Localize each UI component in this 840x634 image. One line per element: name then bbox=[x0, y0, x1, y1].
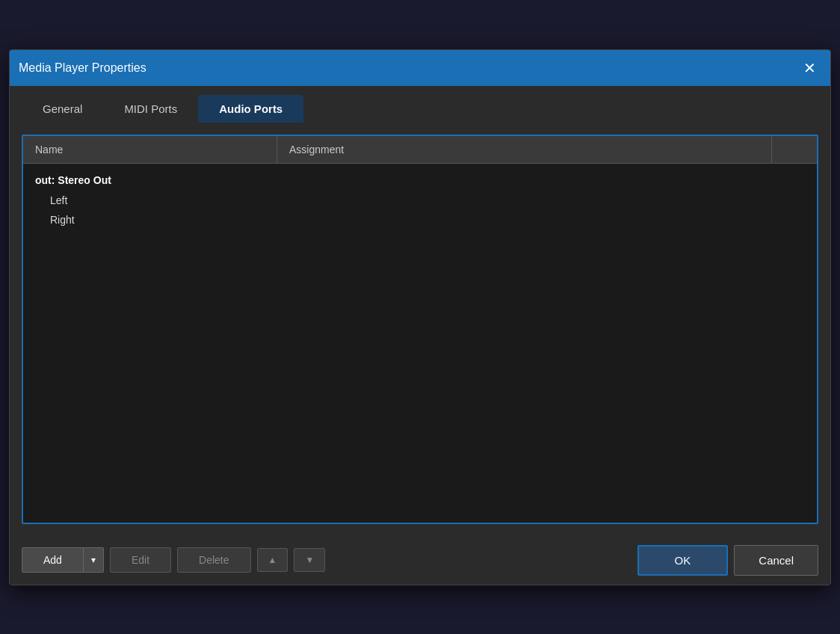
dialog-buttons: OK Cancel bbox=[637, 545, 818, 576]
column-header-assignment: Assignment bbox=[277, 136, 772, 163]
tab-general[interactable]: General bbox=[22, 95, 103, 123]
row-group-stereo-out[interactable]: out: Stereo Out bbox=[23, 170, 817, 191]
add-dropdown-button[interactable]: ▾ bbox=[84, 547, 104, 573]
table-header: Name Assignment bbox=[23, 136, 817, 164]
tab-midi-ports[interactable]: MIDI Ports bbox=[103, 95, 198, 123]
move-down-button[interactable]: ▼ bbox=[294, 548, 325, 572]
delete-button[interactable]: Delete bbox=[177, 547, 250, 573]
ports-table: Name Assignment out: Stereo Out Left Rig… bbox=[22, 135, 818, 524]
close-button[interactable]: ✕ bbox=[797, 56, 821, 80]
tab-bar: General MIDI Ports Audio Ports bbox=[10, 86, 830, 123]
row-item-right[interactable]: Right bbox=[23, 210, 817, 230]
tab-audio-ports[interactable]: Audio Ports bbox=[198, 95, 303, 123]
add-button-group: Add ▾ bbox=[22, 547, 104, 573]
dialog-title: Media Player Properties bbox=[19, 61, 146, 75]
add-button[interactable]: Add bbox=[22, 547, 84, 573]
dialog-window: Media Player Properties ✕ General MIDI P… bbox=[9, 49, 831, 585]
tab-content: Name Assignment out: Stereo Out Left Rig… bbox=[10, 123, 830, 536]
cancel-button[interactable]: Cancel bbox=[734, 545, 818, 576]
title-bar: Media Player Properties ✕ bbox=[10, 50, 830, 86]
column-header-name: Name bbox=[23, 136, 277, 163]
table-body: out: Stereo Out Left Right bbox=[23, 164, 817, 523]
row-item-left[interactable]: Left bbox=[23, 191, 817, 210]
column-header-extra bbox=[772, 136, 817, 163]
bottom-bar: Add ▾ Edit Delete ▲ ▼ OK Cancel bbox=[10, 536, 830, 585]
move-up-button[interactable]: ▲ bbox=[257, 548, 288, 572]
ok-button[interactable]: OK bbox=[637, 545, 729, 576]
edit-button[interactable]: Edit bbox=[110, 547, 171, 573]
action-buttons: Add ▾ Edit Delete ▲ ▼ bbox=[22, 547, 325, 573]
